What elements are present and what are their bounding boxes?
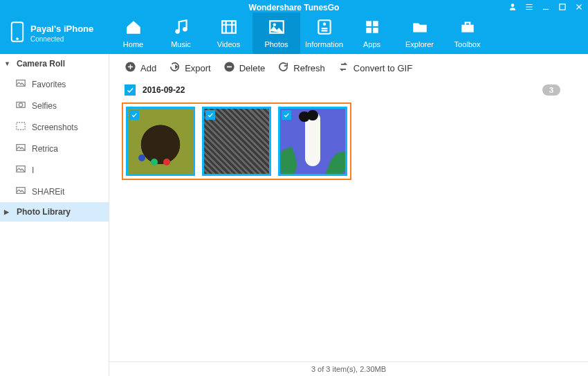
status-text: 3 of 3 item(s), 2.30MB [311,365,386,373]
sidebar: ▼Camera RollFavoritesSelfiesScreenshotsR… [0,54,109,376]
phone-icon [10,21,25,45]
sidebar-item-selfies[interactable]: Selfies [0,95,109,116]
svg-point-17 [19,103,22,107]
apps-icon [363,18,381,37]
sidebar-item-screenshots[interactable]: Screenshots [0,116,109,138]
add-button[interactable]: Add [125,61,156,75]
sidebar-item-photo-library[interactable]: ▶Photo Library [0,202,109,222]
nav-label: Home [123,40,143,48]
main-panel: Add Export Delete Refresh Convert to GIF… [109,54,588,376]
svg-rect-13 [373,28,378,33]
add-label: Add [140,63,156,73]
sidebar-item-label: Camera Roll [17,59,65,69]
home-icon [125,18,143,37]
photo-thumbnail[interactable] [278,107,347,176]
sidebar-item-favorites[interactable]: Favorites [0,73,109,95]
nav-toolbox[interactable]: Toolbox [443,12,491,54]
nav-explorer[interactable]: Explorer [396,12,443,54]
sidebar-item-shareit[interactable]: SHAREit [0,181,109,202]
svg-rect-10 [366,21,371,26]
device-status: Connected [30,35,93,43]
nav-label: Apps [363,40,380,48]
sidebar-item-label: Screenshots [32,123,78,132]
svg-point-9 [322,23,325,26]
convert-gif-label: Convert to GIF [353,63,412,73]
photos-icon [268,18,286,37]
svg-point-3 [175,29,180,34]
music-icon [172,18,190,37]
convert-gif-button[interactable]: Convert to GIF [338,61,412,75]
sidebar-item-label: Favorites [32,80,66,89]
title-bar: Wondershare TunesGo [0,0,588,15]
delete-icon [223,61,235,75]
nav-home[interactable]: Home [109,12,157,54]
nav-label: Toolbox [454,40,481,48]
svg-rect-8 [318,20,330,34]
sidebar-item-label: Retrica [32,144,58,154]
close-button[interactable] [574,2,584,12]
delete-label: Delete [239,63,266,73]
group-header: 2016-09-22 3 [109,82,588,98]
group-count-badge: 3 [542,84,560,96]
delete-button[interactable]: Delete [223,61,266,75]
menu-icon[interactable] [524,2,534,12]
maximize-button[interactable] [558,2,567,12]
toolbar: Add Export Delete Refresh Convert to GIF [109,54,588,82]
photo-thumbnail[interactable] [202,107,271,176]
thumbnail-selection [122,102,351,180]
app-body: ▼Camera RollFavoritesSelfiesScreenshotsR… [0,54,588,376]
window-controls [508,2,584,12]
device-name: Payal's iPhone [30,24,93,34]
chevron-down-icon: ▼ [4,60,11,67]
photo-icon [15,164,26,176]
group-date: 2016-09-22 [143,85,185,95]
nav-label: Videos [217,40,240,48]
export-icon [169,61,181,75]
export-button[interactable]: Export [169,61,211,75]
nav-label: Music [171,40,191,48]
photo-icon [15,78,26,90]
sidebar-item-label: I [32,165,34,175]
sidebar-item-label: SHAREit [32,187,64,197]
camera-icon [15,100,26,111]
thumbnail-checkbox[interactable] [129,110,139,120]
user-icon[interactable] [508,2,517,12]
toolbox-icon [459,18,477,37]
sidebar-item-i[interactable]: I [0,159,109,181]
sidebar-item-camera-roll[interactable]: ▼Camera Roll [0,54,109,73]
app-header: Wondershare TunesGo Payal's iPhone Conne… [0,0,588,54]
videos-icon [220,18,238,37]
select-all-checkbox[interactable] [125,84,136,96]
plus-icon [125,61,136,75]
thumbnail-checkbox[interactable] [205,110,215,120]
svg-rect-0 [560,4,565,10]
svg-rect-12 [366,28,371,33]
thumbnail-checkbox[interactable] [282,110,291,120]
app-title: Wondershare TunesGo [249,3,340,12]
svg-point-4 [183,27,187,32]
nav-apps[interactable]: Apps [348,12,396,54]
svg-point-2 [17,38,19,40]
nav-videos[interactable]: Videos [205,12,252,54]
nav-label: Photos [264,40,288,48]
photo-icon [15,143,26,154]
convert-icon [338,61,349,75]
explorer-icon [411,18,429,37]
nav-label: Explorer [405,40,434,48]
refresh-icon [277,61,289,75]
nav-photos[interactable]: Photos [252,12,300,54]
photo-thumbnail[interactable] [126,107,195,176]
refresh-label: Refresh [293,63,325,73]
sidebar-item-retrica[interactable]: Retrica [0,138,109,159]
export-label: Export [185,63,211,73]
device-info: Payal's iPhone Connected [30,24,93,43]
nav-information[interactable]: Information [300,12,348,54]
minimize-button[interactable] [541,2,551,12]
nav-music[interactable]: Music [157,12,205,54]
nav-label: Information [305,40,343,48]
information-icon [315,18,333,37]
sidebar-item-label: Selfies [32,101,57,111]
sidebar-item-label: Photo Library [17,207,71,217]
svg-rect-11 [373,21,378,26]
refresh-button[interactable]: Refresh [277,61,325,75]
